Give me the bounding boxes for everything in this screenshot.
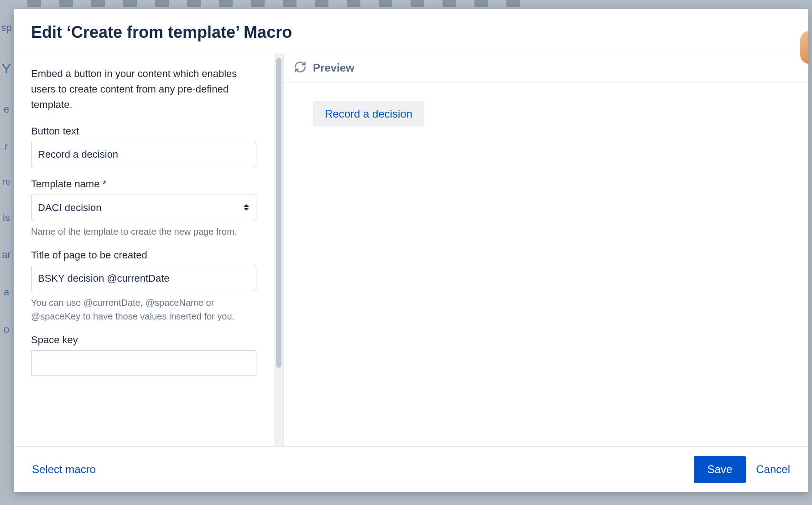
field-space-key: Space key xyxy=(31,334,256,376)
help-template-name: Name of the template to create the new p… xyxy=(31,225,256,238)
input-button-text[interactable] xyxy=(31,142,256,167)
panel-divider-scrollbar[interactable] xyxy=(274,53,284,446)
scrollbar-thumb[interactable] xyxy=(276,58,281,368)
preview-panel: Preview Record a decision xyxy=(284,53,808,446)
select-macro-link[interactable]: Select macro xyxy=(30,459,98,479)
label-template-name: Template name * xyxy=(31,178,256,190)
refresh-icon[interactable] xyxy=(294,61,307,75)
avatar[interactable] xyxy=(800,31,808,64)
dialog-title: Edit ‘Create from template’ Macro xyxy=(31,23,791,42)
dialog-footer: Select macro Save Cancel xyxy=(14,446,808,492)
label-button-text: Button text xyxy=(31,125,256,137)
input-page-title[interactable] xyxy=(31,266,256,291)
background-sidestrip: spYer reisarao xyxy=(0,18,13,505)
macro-edit-dialog: Edit ‘Create from template’ Macro Embed … xyxy=(14,9,808,492)
preview-header: Preview xyxy=(284,53,808,83)
preview-body: Record a decision xyxy=(284,83,808,446)
config-description: Embed a button in your content which ena… xyxy=(31,66,256,113)
label-space-key: Space key xyxy=(31,334,256,346)
footer-actions: Save Cancel xyxy=(694,456,792,483)
field-page-title: Title of page to be created You can use … xyxy=(31,249,256,323)
select-template-name[interactable]: DACI decision xyxy=(31,195,256,220)
input-space-key[interactable] xyxy=(31,350,256,376)
save-button[interactable]: Save xyxy=(694,456,746,483)
config-panel: Embed a button in your content which ena… xyxy=(14,53,274,446)
background-toolbar xyxy=(0,0,812,10)
cancel-button[interactable]: Cancel xyxy=(754,459,792,479)
field-button-text: Button text xyxy=(31,125,256,167)
field-template-name: Template name * DACI decision Name of th… xyxy=(31,178,256,238)
preview-label: Preview xyxy=(313,62,354,74)
dialog-header: Edit ‘Create from template’ Macro xyxy=(14,9,808,53)
select-wrap-template-name: DACI decision xyxy=(31,195,256,220)
label-page-title: Title of page to be created xyxy=(31,249,256,261)
dialog-body: Embed a button in your content which ena… xyxy=(14,53,808,446)
preview-create-button[interactable]: Record a decision xyxy=(313,101,424,127)
help-page-title: You can use @currentDate, @spaceName or … xyxy=(31,296,256,323)
